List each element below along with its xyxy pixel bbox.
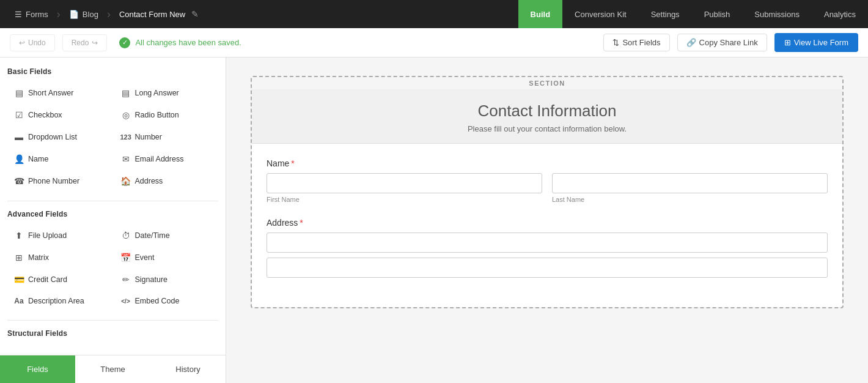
short-answer-icon: ▤ [13,88,24,98]
sidebar-content: Basic Fields ▤ Short Answer ▤ Long Answe… [0,58,226,355]
copy-share-button[interactable]: 🔗 Copy Share Link [677,34,767,51]
sidebar-tab-fields[interactable]: Fields [0,355,75,383]
sidebar-tabs: Fields Theme History [0,355,226,383]
checkbox-icon: ☑ [13,110,24,120]
field-event[interactable]: 📅 Event [114,248,219,267]
credit-card-icon: 💳 [13,275,24,284]
redo-label: Redo [72,39,89,47]
field-address[interactable]: 🏠 Address [114,171,219,191]
edit-icon[interactable]: ✎ [191,9,199,19]
undo-button[interactable]: ↩ Undo [10,34,55,51]
last-name-sublabel: Last Name [552,196,828,203]
field-description-area[interactable]: Aa Description Area [7,292,112,310]
nav-blog[interactable]: 📄 Blog [61,0,107,28]
tab-build[interactable]: Build [518,0,563,28]
forms-label: Forms [26,10,48,19]
number-icon: 123 [120,133,131,141]
address-line1-input[interactable] [267,232,828,253]
view-live-button[interactable]: ⊞ View Live Form [774,33,858,52]
saved-check-icon: ✓ [119,37,130,48]
address-label: Address [135,177,163,185]
phone-number-label: Phone Number [28,177,79,185]
first-name-input[interactable] [267,173,542,193]
field-number[interactable]: 123 Number [114,127,219,147]
field-long-answer[interactable]: ▤ Long Answer [114,83,219,103]
field-name[interactable]: 👤 Name [7,149,112,169]
email-address-icon: ✉ [120,154,131,164]
form-header: Contact Information Please fill out your… [252,89,842,144]
field-matrix[interactable]: ⊞ Matrix [7,248,112,267]
link-icon: 🔗 [686,38,696,47]
address-line2-input[interactable] [267,258,828,278]
date-time-icon: ⏱ [120,231,131,240]
checkbox-label: Checkbox [28,111,62,119]
copy-share-label: Copy Share Link [699,38,758,47]
saved-message-area: ✓ All changes have been saved. [119,37,241,48]
address-row-1 [267,232,828,253]
tab-settings[interactable]: Settings [639,0,692,28]
dropdown-list-label: Dropdown List [28,133,77,141]
last-name-input[interactable] [552,173,828,193]
view-live-label: View Live Form [794,38,848,47]
tab-submissions[interactable]: Submissions [742,0,812,28]
field-signature[interactable]: ✏ Signature [114,270,219,289]
matrix-icon: ⊞ [13,253,24,262]
form-card: Contact Information Please fill out your… [252,89,842,307]
field-embed-code[interactable]: </> Embed Code [114,292,219,310]
embed-code-icon: </> [120,298,131,305]
field-dropdown-list[interactable]: ▬ Dropdown List [7,127,112,147]
sidebar-tab-theme[interactable]: Theme [75,355,150,383]
form-field-address: Address * [267,218,828,278]
matrix-label: Matrix [28,253,49,262]
first-name-group: First Name [267,173,542,203]
embed-code-label: Embed Code [135,297,180,305]
last-name-group: Last Name [552,173,828,203]
long-answer-label: Long Answer [135,89,179,97]
sort-fields-label: Sort Fields [622,38,660,47]
divider-1 [7,201,218,201]
nav-forms[interactable]: ☰ Forms [6,0,57,28]
forms-icon: ☰ [15,10,22,19]
field-short-answer[interactable]: ▤ Short Answer [7,83,112,103]
field-phone-number[interactable]: ☎ Phone Number [7,171,112,191]
name-field-label: Name * [267,158,828,168]
file-upload-label: File Upload [28,231,67,240]
address-row-2 [267,258,828,278]
nav-tabs: Build Conversion Kit Settings Publish Su… [518,0,868,28]
radio-button-label: Radio Button [135,111,179,119]
field-checkbox[interactable]: ☑ Checkbox [7,105,112,125]
field-email-address[interactable]: ✉ Email Address [114,149,219,169]
redo-button[interactable]: Redo ↪ [62,34,108,51]
advanced-fields-title: Advanced Fields [7,210,218,218]
nav-contact-form[interactable]: Contact Form New ✎ [111,0,207,28]
tab-publish[interactable]: Publish [692,0,743,28]
sidebar-tab-history[interactable]: History [150,355,226,383]
phone-number-icon: ☎ [13,176,24,186]
field-file-upload[interactable]: ⬆ File Upload [7,226,112,245]
name-label: Name [28,155,48,163]
saved-text: All changes have been saved. [135,38,241,47]
undo-icon: ↩ [19,39,25,47]
field-radio-button[interactable]: ◎ Radio Button [114,105,219,125]
field-credit-card[interactable]: 💳 Credit Card [7,270,112,289]
sort-fields-button[interactable]: ⇅ Sort Fields [603,34,669,51]
toolbar: ↩ Undo Redo ↪ ✓ All changes have been sa… [0,28,868,58]
form-title: Contact Information [267,102,828,121]
form-field-name: Name * First Name Last Name [267,158,828,203]
radio-button-icon: ◎ [120,110,131,120]
field-date-time[interactable]: ⏱ Date/Time [114,226,219,245]
section-label: SECTION [252,77,842,89]
tab-analytics[interactable]: Analytics [812,0,868,28]
name-input-row: First Name Last Name [267,173,828,203]
name-required-indicator: * [291,158,294,168]
form-section-wrapper: SECTION Contact Information Please fill … [251,76,844,308]
name-icon: 👤 [13,154,24,164]
top-nav: ☰ Forms › 📄 Blog › Contact Form New ✎ Bu… [0,0,868,28]
address-icon: 🏠 [120,176,131,186]
contact-form-label: Contact Form New [119,10,185,19]
main-layout: Basic Fields ▤ Short Answer ▤ Long Answe… [0,58,868,383]
form-canvas: SECTION Contact Information Please fill … [226,58,868,383]
description-area-icon: Aa [13,297,24,305]
tab-conversion-kit[interactable]: Conversion Kit [562,0,639,28]
redo-icon: ↪ [92,39,98,47]
